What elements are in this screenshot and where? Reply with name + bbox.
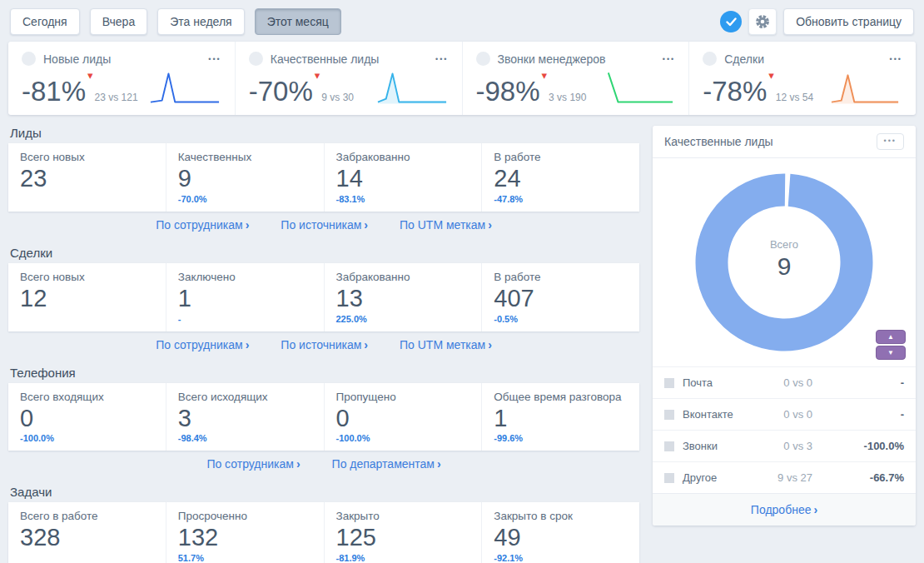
refresh-page-button[interactable]: Обновить страницу: [783, 8, 914, 35]
metric-value: 0: [336, 404, 470, 433]
legend-label: Другое: [683, 471, 746, 484]
stepper-down-button[interactable]: ▼: [876, 346, 906, 360]
donut-total-value: 9: [688, 252, 880, 281]
kpi-menu-icon[interactable]: •••: [435, 55, 448, 63]
kpi-percent: -98%: [476, 77, 540, 107]
metric-delta: -: [178, 314, 312, 326]
metric-label: Общее время разговора: [494, 391, 628, 403]
metrics-row: Всего новых 12 Заключено 1 - Забракованн…: [8, 263, 639, 331]
link-by-sources[interactable]: По источникам›: [281, 338, 368, 351]
metric-cell: Качественных 9 -70.0%: [166, 143, 325, 212]
topbar-actions: Обновить страницу: [720, 8, 914, 35]
section-links: По сотрудникам› По департаментам›: [8, 451, 639, 474]
metric-cell: Забракованно 13 225.0%: [325, 263, 483, 331]
legend-compare: 9 vs 27: [746, 471, 812, 484]
metric-delta: -100.0%: [336, 433, 470, 445]
donut-chart-area: Всего 9 ▲ ▼: [653, 158, 916, 366]
chevron-right-icon: ›: [488, 218, 492, 232]
metric-cell: В работе 24 -47.8%: [482, 143, 639, 212]
metric-value: 9: [178, 164, 312, 193]
metric-cell: Заключено 1 -: [166, 263, 325, 331]
legend-compare: 0 vs 0: [746, 408, 812, 421]
sparkline-chart: [375, 68, 449, 107]
metric-value: 13: [336, 284, 470, 313]
section-tasks: Задачи Всего в работе 328 Просроченно 13…: [8, 485, 639, 563]
link-by-employees[interactable]: По сотрудникам›: [156, 338, 249, 351]
arrow-down-icon: ▼: [887, 349, 894, 356]
legend-row-calls[interactable]: Звонки 0 vs 3 -100.0%: [653, 430, 916, 461]
metric-value: 1: [494, 404, 628, 433]
metric-label: Закрыто: [336, 510, 470, 522]
metric-value: 132: [178, 523, 312, 552]
chevron-right-icon: ›: [488, 338, 492, 351]
metric-label: Качественных: [178, 151, 312, 163]
link-by-utm[interactable]: По UTM меткам›: [400, 218, 492, 232]
kpi-status-circle-icon: [22, 52, 36, 66]
kpi-compare: 3 vs 190: [549, 92, 586, 103]
metric-label: Пропущено: [336, 391, 470, 403]
legend-row-other[interactable]: Другое 9 vs 27 -66.7%: [653, 461, 916, 493]
sparkline-chart: [602, 68, 675, 107]
kpi-menu-icon[interactable]: •••: [208, 55, 221, 63]
link-by-sources[interactable]: По источникам›: [281, 218, 368, 232]
kpi-menu-icon[interactable]: •••: [663, 55, 675, 63]
chevron-right-icon: ›: [246, 338, 250, 351]
section-leads: Лиды Всего новых 23 Качественных 9 -70.0…: [8, 126, 639, 235]
legend-delta: -: [846, 408, 904, 421]
chart-stepper: ▲ ▼: [876, 330, 906, 360]
donut-center: Всего 9: [688, 238, 880, 281]
donut-chart[interactable]: Всего 9: [688, 167, 880, 358]
metric-delta: [20, 314, 154, 326]
metric-cell: Закрыто 125 -81.9%: [325, 502, 483, 563]
link-by-employees[interactable]: По сотрудникам›: [156, 218, 249, 232]
filter-today-button[interactable]: Сегодня: [10, 8, 80, 35]
section-title: Телефония: [10, 366, 639, 380]
metric-label: Заключено: [178, 271, 312, 283]
kpi-status-circle-icon: [703, 52, 717, 66]
metric-cell: В работе 407 -0.5%: [482, 263, 639, 331]
metric-cell: Всего исходящих 3 -98.4%: [166, 383, 325, 451]
filter-this-week-button[interactable]: Эта неделя: [157, 8, 244, 35]
metric-delta: -92.1%: [494, 553, 628, 563]
chevron-right-icon: ›: [813, 503, 817, 516]
triangle-down-icon: ▾: [768, 70, 774, 81]
metric-cell: Всего входящих 0 -100.0%: [8, 383, 166, 451]
check-circle-icon[interactable]: [720, 11, 742, 32]
metric-value: 49: [494, 523, 628, 552]
metric-label: Всего новых: [20, 271, 154, 283]
metric-delta: [20, 553, 154, 563]
settings-button[interactable]: [748, 8, 777, 35]
link-by-departments[interactable]: По департаментам›: [332, 457, 441, 471]
filter-yesterday-button[interactable]: Вчера: [90, 8, 148, 35]
link-by-employees[interactable]: По сотрудникам›: [206, 457, 300, 471]
kpi-percent: -70%: [249, 77, 313, 107]
chevron-right-icon: ›: [437, 457, 441, 471]
sparkline-chart: [829, 68, 902, 107]
legend-swatch: [664, 378, 674, 388]
chevron-right-icon: ›: [364, 218, 368, 232]
quality-leads-panel: Качественные лиды ••• Всего 9 ▲ ▼ Почта …: [653, 126, 916, 526]
panel-menu-icon[interactable]: •••: [877, 133, 904, 150]
metric-delta: 51.7%: [178, 553, 312, 563]
metric-label: Всего входящих: [20, 391, 154, 403]
metric-delta: -100.0%: [20, 433, 154, 445]
gear-icon: [754, 13, 771, 30]
details-link[interactable]: Подробнее›: [751, 503, 817, 516]
metric-cell: Забракованно 14 -83.1%: [325, 143, 483, 212]
legend-row-vk[interactable]: Вконтакте 0 vs 0 -: [653, 398, 916, 430]
legend-swatch: [664, 441, 674, 451]
metric-value: 23: [20, 164, 154, 193]
kpi-title: Новые лиды: [43, 52, 111, 66]
kpi-title: Сделки: [724, 52, 764, 66]
link-by-utm[interactable]: По UTM меткам›: [400, 338, 492, 351]
kpi-menu-icon[interactable]: •••: [890, 55, 902, 63]
sparkline-chart: [148, 68, 221, 107]
legend-compare: 0 vs 0: [746, 376, 812, 389]
kpi-strip: Новые лиды ••• -81% ▾ 23 vs 121 Качестве…: [8, 42, 916, 115]
stepper-up-button[interactable]: ▲: [876, 330, 906, 344]
metric-cell: Закрыто в срок 49 -92.1%: [482, 502, 639, 563]
legend-row-mail[interactable]: Почта 0 vs 0 -: [653, 366, 916, 398]
filter-this-month-button[interactable]: Этот месяц: [255, 8, 341, 35]
metric-label: Просроченно: [178, 510, 312, 522]
metric-delta: -47.8%: [494, 194, 628, 206]
